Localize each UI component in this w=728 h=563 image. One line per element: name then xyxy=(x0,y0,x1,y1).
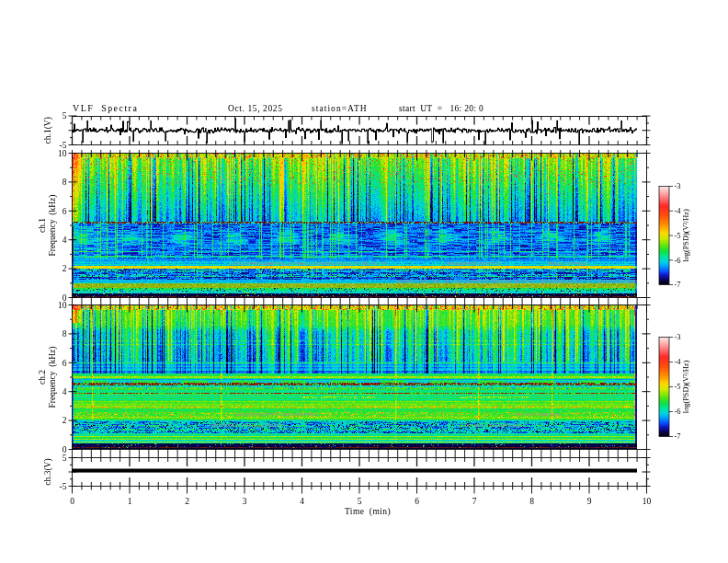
svg-text:-3: -3 xyxy=(675,332,681,341)
svg-text:ch.2: ch.2 xyxy=(38,370,47,385)
svg-text:Time (min): Time (min) xyxy=(345,507,391,517)
svg-text:9: 9 xyxy=(587,497,592,506)
svg-text:2: 2 xyxy=(63,416,67,425)
svg-text:3: 3 xyxy=(243,497,247,506)
svg-text:10: 10 xyxy=(58,149,67,158)
svg-text:4: 4 xyxy=(63,387,67,396)
svg-text:Frequency (kHz): Frequency (kHz) xyxy=(48,346,58,408)
svg-text:ch.1(V): ch.1(V) xyxy=(43,117,53,144)
svg-text:2: 2 xyxy=(185,497,189,506)
svg-text:Frequency (kHz): Frequency (kHz) xyxy=(48,194,58,256)
svg-text:-7: -7 xyxy=(675,431,681,441)
svg-text:6: 6 xyxy=(63,207,67,216)
svg-text:ch.3(V): ch.3(V) xyxy=(43,458,53,485)
svg-text:10: 10 xyxy=(643,497,652,506)
svg-text:VLF Spectra: VLF Spectra xyxy=(73,103,138,113)
svg-text:4: 4 xyxy=(300,497,304,506)
svg-text:-5: -5 xyxy=(675,231,681,240)
svg-text:-3: -3 xyxy=(675,181,681,190)
svg-text:-4: -4 xyxy=(675,357,682,366)
svg-text:0: 0 xyxy=(63,445,67,454)
svg-text:Oct. 15, 2025: Oct. 15, 2025 xyxy=(228,104,283,113)
svg-text:-5: -5 xyxy=(60,482,67,491)
svg-text:1: 1 xyxy=(128,497,132,506)
svg-text:log(PSD)(V²/Hz): log(PSD)(V²/Hz) xyxy=(682,361,690,414)
svg-text:log(PSD)(V²/Hz): log(PSD)(V²/Hz) xyxy=(682,209,690,262)
svg-text:0: 0 xyxy=(70,497,74,506)
svg-text:ch.1: ch.1 xyxy=(38,218,47,233)
svg-text:8: 8 xyxy=(63,178,67,187)
svg-text:5: 5 xyxy=(63,454,67,463)
svg-text:-7: -7 xyxy=(675,280,681,289)
svg-text:-6: -6 xyxy=(675,256,681,265)
svg-text:4: 4 xyxy=(63,236,67,245)
svg-text:-6: -6 xyxy=(675,407,681,416)
svg-text:10: 10 xyxy=(58,301,67,310)
svg-text:-5: -5 xyxy=(675,382,681,391)
svg-text:start UT = 16: 20: 0: start UT = 16: 20: 0 xyxy=(399,104,483,113)
svg-text:2: 2 xyxy=(63,264,67,273)
svg-text:-4: -4 xyxy=(675,206,682,215)
svg-text:8: 8 xyxy=(529,497,534,506)
svg-text:5: 5 xyxy=(63,111,67,121)
svg-text:5: 5 xyxy=(358,497,362,506)
svg-text:station=ATH: station=ATH xyxy=(312,104,368,113)
svg-text:6: 6 xyxy=(63,359,67,368)
svg-text:8: 8 xyxy=(63,329,67,339)
svg-text:6: 6 xyxy=(415,497,419,506)
svg-text:7: 7 xyxy=(472,497,477,506)
